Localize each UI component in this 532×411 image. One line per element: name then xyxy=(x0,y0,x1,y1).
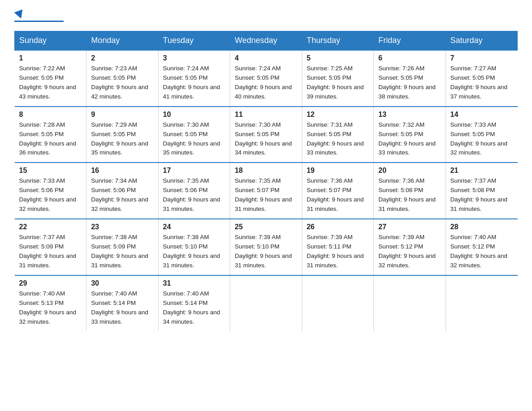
table-row: 6 Sunrise: 7:26 AMSunset: 5:05 PMDayligh… xyxy=(374,50,446,107)
day-info: Sunrise: 7:34 AMSunset: 5:06 PMDaylight:… xyxy=(91,177,148,212)
day-number: 15 xyxy=(19,167,82,175)
day-number: 1 xyxy=(19,54,82,62)
day-number: 8 xyxy=(19,111,82,119)
table-row: 26 Sunrise: 7:39 AMSunset: 5:11 PMDaylig… xyxy=(302,219,373,275)
day-number: 6 xyxy=(378,54,441,62)
calendar-header: SundayMondayTuesdayWednesdayThursdayFrid… xyxy=(15,31,518,51)
table-row xyxy=(230,275,302,331)
weekday-header-wednesday: Wednesday xyxy=(230,31,302,51)
day-number: 21 xyxy=(450,167,513,175)
calendar-body: 1 Sunrise: 7:22 AMSunset: 5:05 PMDayligh… xyxy=(15,50,518,331)
table-row: 20 Sunrise: 7:36 AMSunset: 5:08 PMDaylig… xyxy=(374,163,446,219)
table-row: 2 Sunrise: 7:23 AMSunset: 5:05 PMDayligh… xyxy=(86,50,158,107)
calendar-week-row-4: 22 Sunrise: 7:37 AMSunset: 5:09 PMDaylig… xyxy=(15,219,518,275)
day-info: Sunrise: 7:30 AMSunset: 5:05 PMDaylight:… xyxy=(235,121,292,156)
day-number: 7 xyxy=(450,54,513,62)
table-row: 30 Sunrise: 7:40 AMSunset: 5:14 PMDaylig… xyxy=(86,275,158,331)
weekday-header-monday: Monday xyxy=(86,31,158,51)
weekday-header-saturday: Saturday xyxy=(446,31,517,51)
day-info: Sunrise: 7:33 AMSunset: 5:05 PMDaylight:… xyxy=(450,121,508,156)
day-info: Sunrise: 7:25 AMSunset: 5:05 PMDaylight:… xyxy=(307,65,364,100)
day-info: Sunrise: 7:30 AMSunset: 5:05 PMDaylight:… xyxy=(163,121,220,156)
table-row: 7 Sunrise: 7:27 AMSunset: 5:05 PMDayligh… xyxy=(446,50,517,107)
logo-blue-text xyxy=(14,11,24,19)
day-info: Sunrise: 7:40 AMSunset: 5:14 PMDaylight:… xyxy=(163,290,220,325)
table-row: 8 Sunrise: 7:28 AMSunset: 5:05 PMDayligh… xyxy=(15,107,86,163)
table-row: 16 Sunrise: 7:34 AMSunset: 5:06 PMDaylig… xyxy=(86,163,158,219)
day-number: 2 xyxy=(91,54,153,62)
day-info: Sunrise: 7:32 AMSunset: 5:05 PMDaylight:… xyxy=(378,121,436,156)
day-number: 5 xyxy=(307,54,369,62)
table-row: 13 Sunrise: 7:32 AMSunset: 5:05 PMDaylig… xyxy=(374,107,446,163)
day-number: 18 xyxy=(235,167,297,175)
day-number: 16 xyxy=(91,167,153,175)
day-number: 29 xyxy=(19,279,82,287)
table-row: 19 Sunrise: 7:36 AMSunset: 5:07 PMDaylig… xyxy=(302,163,373,219)
day-number: 14 xyxy=(450,111,513,119)
table-row: 25 Sunrise: 7:39 AMSunset: 5:10 PMDaylig… xyxy=(230,219,302,275)
table-row: 27 Sunrise: 7:39 AMSunset: 5:12 PMDaylig… xyxy=(374,219,446,275)
table-row: 5 Sunrise: 7:25 AMSunset: 5:05 PMDayligh… xyxy=(302,50,373,107)
day-info: Sunrise: 7:40 AMSunset: 5:12 PMDaylight:… xyxy=(450,234,508,269)
day-info: Sunrise: 7:40 AMSunset: 5:14 PMDaylight:… xyxy=(91,290,148,325)
day-info: Sunrise: 7:26 AMSunset: 5:05 PMDaylight:… xyxy=(378,65,436,100)
logo-underline xyxy=(14,21,64,22)
day-info: Sunrise: 7:22 AMSunset: 5:05 PMDaylight:… xyxy=(19,65,77,100)
table-row: 22 Sunrise: 7:37 AMSunset: 5:09 PMDaylig… xyxy=(15,219,86,275)
day-info: Sunrise: 7:35 AMSunset: 5:06 PMDaylight:… xyxy=(163,177,220,212)
table-row xyxy=(446,275,517,331)
calendar-table: SundayMondayTuesdayWednesdayThursdayFrid… xyxy=(14,31,518,331)
weekday-header-sunday: Sunday xyxy=(15,31,86,51)
calendar-week-row-1: 1 Sunrise: 7:22 AMSunset: 5:05 PMDayligh… xyxy=(15,50,518,107)
day-number: 13 xyxy=(378,111,441,119)
day-number: 19 xyxy=(307,167,369,175)
day-number: 31 xyxy=(163,279,225,287)
weekday-header-row: SundayMondayTuesdayWednesdayThursdayFrid… xyxy=(15,31,518,51)
day-info: Sunrise: 7:23 AMSunset: 5:05 PMDaylight:… xyxy=(91,65,148,100)
logo xyxy=(14,11,64,22)
table-row: 28 Sunrise: 7:40 AMSunset: 5:12 PMDaylig… xyxy=(446,219,517,275)
day-info: Sunrise: 7:39 AMSunset: 5:10 PMDaylight:… xyxy=(235,234,292,269)
table-row: 24 Sunrise: 7:38 AMSunset: 5:10 PMDaylig… xyxy=(158,219,230,275)
day-number: 12 xyxy=(307,111,369,119)
day-number: 17 xyxy=(163,167,225,175)
day-info: Sunrise: 7:37 AMSunset: 5:08 PMDaylight:… xyxy=(450,177,508,212)
day-info: Sunrise: 7:24 AMSunset: 5:05 PMDaylight:… xyxy=(163,65,220,100)
table-row: 9 Sunrise: 7:29 AMSunset: 5:05 PMDayligh… xyxy=(86,107,158,163)
day-number: 23 xyxy=(91,223,153,231)
table-row xyxy=(374,275,446,331)
day-number: 22 xyxy=(19,223,82,231)
day-number: 28 xyxy=(450,223,513,231)
calendar-week-row-2: 8 Sunrise: 7:28 AMSunset: 5:05 PMDayligh… xyxy=(15,107,518,163)
day-info: Sunrise: 7:24 AMSunset: 5:05 PMDaylight:… xyxy=(235,65,292,100)
day-info: Sunrise: 7:39 AMSunset: 5:11 PMDaylight:… xyxy=(307,234,364,269)
table-row xyxy=(302,275,373,331)
day-info: Sunrise: 7:36 AMSunset: 5:07 PMDaylight:… xyxy=(307,177,364,212)
table-row: 11 Sunrise: 7:30 AMSunset: 5:05 PMDaylig… xyxy=(230,107,302,163)
day-number: 3 xyxy=(163,54,225,62)
day-info: Sunrise: 7:38 AMSunset: 5:10 PMDaylight:… xyxy=(163,234,220,269)
day-number: 20 xyxy=(378,167,441,175)
table-row: 17 Sunrise: 7:35 AMSunset: 5:06 PMDaylig… xyxy=(158,163,230,219)
calendar-week-row-3: 15 Sunrise: 7:33 AMSunset: 5:06 PMDaylig… xyxy=(15,163,518,219)
logo-triangle-icon xyxy=(14,9,26,20)
table-row: 23 Sunrise: 7:38 AMSunset: 5:09 PMDaylig… xyxy=(86,219,158,275)
day-info: Sunrise: 7:27 AMSunset: 5:05 PMDaylight:… xyxy=(450,65,508,100)
day-info: Sunrise: 7:29 AMSunset: 5:05 PMDaylight:… xyxy=(91,121,148,156)
day-number: 10 xyxy=(163,111,225,119)
page-header xyxy=(14,11,518,22)
day-info: Sunrise: 7:36 AMSunset: 5:08 PMDaylight:… xyxy=(378,177,436,212)
day-number: 9 xyxy=(91,111,153,119)
table-row: 21 Sunrise: 7:37 AMSunset: 5:08 PMDaylig… xyxy=(446,163,517,219)
day-info: Sunrise: 7:37 AMSunset: 5:09 PMDaylight:… xyxy=(19,234,77,269)
table-row: 31 Sunrise: 7:40 AMSunset: 5:14 PMDaylig… xyxy=(158,275,230,331)
table-row: 1 Sunrise: 7:22 AMSunset: 5:05 PMDayligh… xyxy=(15,50,86,107)
table-row: 15 Sunrise: 7:33 AMSunset: 5:06 PMDaylig… xyxy=(15,163,86,219)
day-info: Sunrise: 7:31 AMSunset: 5:05 PMDaylight:… xyxy=(307,121,364,156)
table-row: 4 Sunrise: 7:24 AMSunset: 5:05 PMDayligh… xyxy=(230,50,302,107)
day-info: Sunrise: 7:40 AMSunset: 5:13 PMDaylight:… xyxy=(19,290,77,325)
weekday-header-tuesday: Tuesday xyxy=(158,31,230,51)
day-info: Sunrise: 7:28 AMSunset: 5:05 PMDaylight:… xyxy=(19,121,77,156)
table-row: 10 Sunrise: 7:30 AMSunset: 5:05 PMDaylig… xyxy=(158,107,230,163)
day-number: 25 xyxy=(235,223,297,231)
